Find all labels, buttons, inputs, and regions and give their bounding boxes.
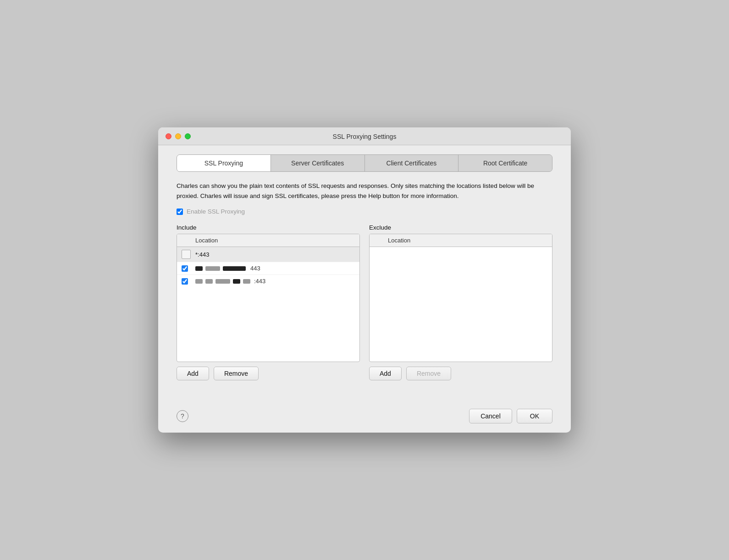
exclude-add-button[interactable]: Add xyxy=(369,367,402,380)
row-2-check[interactable] xyxy=(182,265,195,272)
include-panel-title: Include xyxy=(177,224,360,231)
blur-segment xyxy=(205,266,220,271)
blur-segment xyxy=(205,279,213,284)
cancel-button[interactable]: Cancel xyxy=(469,409,512,423)
ok-button[interactable]: OK xyxy=(517,409,552,423)
blur-segment xyxy=(233,279,240,284)
bottom-right-buttons: Cancel OK xyxy=(469,409,552,423)
row-3-value: :443 xyxy=(195,278,265,285)
exclude-panel: Exclude Location Add Remove xyxy=(369,224,552,380)
tab-root-certificate[interactable]: Root Certificate xyxy=(458,155,552,171)
exclude-remove-button[interactable]: Remove xyxy=(406,367,451,380)
row-2-port: 443 xyxy=(250,265,260,272)
blur-segment xyxy=(243,279,250,284)
tab-client-certificates[interactable]: Client Certificates xyxy=(365,155,459,171)
row-1-empty-checkbox[interactable] xyxy=(182,250,191,259)
maximize-button[interactable] xyxy=(185,133,191,139)
bottom-bar: ? Cancel OK xyxy=(158,401,571,433)
include-table-body: *:443 443 xyxy=(177,247,359,360)
exclude-table-header: Location xyxy=(370,234,552,247)
titlebar: SSL Proxying Settings xyxy=(158,127,571,145)
row-2-checkbox[interactable] xyxy=(182,265,188,272)
row-1-value: *:443 xyxy=(195,251,209,258)
panels-container: Include Location *:443 xyxy=(177,224,552,380)
include-panel: Include Location *:443 xyxy=(177,224,360,380)
include-table-header: Location xyxy=(177,234,359,247)
description-text: Charles can show you the plain text cont… xyxy=(177,181,552,201)
include-buttons: Add Remove xyxy=(177,367,360,380)
minimize-button[interactable] xyxy=(175,133,181,139)
row-3-checkbox[interactable] xyxy=(182,278,188,285)
tab-server-certificates[interactable]: Server Certificates xyxy=(271,155,365,171)
blur-segment xyxy=(223,266,246,271)
enable-ssl-proxying-label: Enable SSL Proxying xyxy=(187,208,245,215)
row-3-check[interactable] xyxy=(182,278,195,285)
tab-ssl-proxying[interactable]: SSL Proxying xyxy=(177,155,271,171)
exclude-table-body xyxy=(370,247,552,360)
table-row[interactable]: 443 xyxy=(177,262,359,275)
table-row[interactable]: *:443 xyxy=(177,247,359,262)
blur-segment xyxy=(195,279,203,284)
traffic-lights xyxy=(166,133,191,139)
enable-ssl-proxying-checkbox[interactable] xyxy=(177,209,183,215)
close-button[interactable] xyxy=(166,133,171,139)
blur-segment xyxy=(215,279,230,284)
exclude-panel-title: Exclude xyxy=(369,224,552,231)
main-window: SSL Proxying Settings SSL Proxying Serve… xyxy=(158,127,571,433)
row-1-check xyxy=(182,250,195,259)
row-3-port: :443 xyxy=(254,278,265,285)
exclude-buttons: Add Remove xyxy=(369,367,552,380)
help-button[interactable]: ? xyxy=(177,410,188,422)
row-2-value: 443 xyxy=(195,265,260,272)
table-row[interactable]: :443 xyxy=(177,275,359,287)
tab-bar: SSL Proxying Server Certificates Client … xyxy=(177,154,552,172)
enable-ssl-proxying-row: Enable SSL Proxying xyxy=(177,208,552,215)
include-location-col-header: Location xyxy=(195,237,218,244)
include-remove-button[interactable]: Remove xyxy=(214,367,259,380)
blur-segment xyxy=(195,266,203,271)
content-area: SSL Proxying Server Certificates Client … xyxy=(158,145,571,401)
include-table: Location *:443 xyxy=(177,234,360,362)
exclude-table: Location xyxy=(369,234,552,362)
window-title: SSL Proxying Settings xyxy=(333,133,397,140)
include-add-button[interactable]: Add xyxy=(177,367,209,380)
exclude-location-col-header: Location xyxy=(388,237,410,244)
